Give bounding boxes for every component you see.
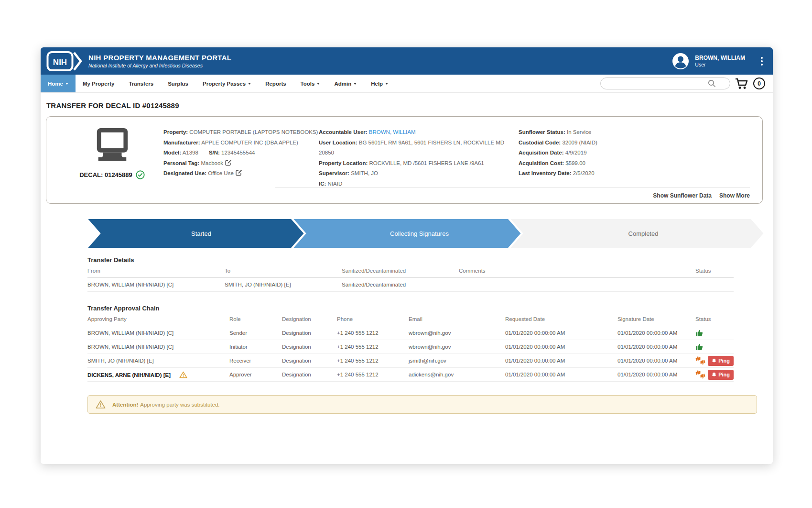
cell-phone: +1 240 555 1212 bbox=[337, 372, 409, 377]
warning-triangle-icon bbox=[96, 400, 106, 409]
cell-designation: Designation bbox=[282, 344, 337, 350]
col-role: Role bbox=[229, 316, 282, 322]
cell-requested-date: 01/01/2020 00:00:00 AM bbox=[505, 344, 617, 350]
cell-party: BROWN, WILLIAM (NIH/NIAID) [C] bbox=[87, 344, 229, 350]
show-more-link[interactable]: Show More bbox=[719, 192, 750, 199]
col-email: Email bbox=[409, 316, 505, 322]
col-designation: Designation bbox=[282, 316, 337, 322]
supervisor-label: Supervisor: bbox=[319, 170, 349, 176]
user-name: BROWN, WILLIAM bbox=[695, 55, 745, 61]
nav-item-reports[interactable]: Reports bbox=[258, 75, 293, 92]
verified-check-icon bbox=[136, 170, 145, 179]
cell-signature-date: 01/01/2020 00:00:00 AM bbox=[617, 330, 695, 336]
col-sanitized: Sanitized/Decantaminated bbox=[342, 268, 459, 274]
kebab-menu-icon[interactable] bbox=[758, 54, 766, 68]
attention-message: Approving party was substituted. bbox=[140, 402, 219, 408]
nav-item-property-passes[interactable]: Property Passes bbox=[195, 75, 258, 92]
transfer-details-section: Transfer Details From To Sanitized/Decan… bbox=[87, 256, 734, 292]
property-info-col1: Property: COMPUTER PORTABLE (LAPTOPS NOT… bbox=[163, 127, 319, 203]
user-avatar-icon[interactable] bbox=[672, 53, 689, 70]
bell-icon bbox=[712, 358, 716, 364]
personal-tag-label: Personal Tag: bbox=[163, 160, 199, 166]
search-icon[interactable] bbox=[708, 79, 716, 88]
acquisition-cost-value: $599.00 bbox=[565, 160, 585, 166]
cell-designation: Designation bbox=[282, 330, 337, 336]
card-divider bbox=[275, 187, 750, 188]
cell-email: jsmith@nih.gov bbox=[409, 358, 505, 364]
property-location-value: ROCKVILLE, MD /5601 FISHERS LANE /9A61 bbox=[369, 160, 484, 166]
manufacturer-label: Manufacturer: bbox=[163, 140, 200, 145]
svg-text:NIH: NIH bbox=[53, 57, 67, 66]
approval-chain-title: Transfer Approval Chain bbox=[87, 305, 734, 312]
cell-email: wbrown@nih.gov bbox=[409, 330, 505, 336]
page-title: TRANSFER FOR DECAL ID #01245889 bbox=[46, 101, 763, 110]
approval-row: SMITH, JO (NIH/NIAID) [E] Receiver Desig… bbox=[87, 354, 734, 368]
ping-button[interactable]: Ping bbox=[708, 356, 734, 366]
pending-signature-icon bbox=[695, 355, 696, 366]
nav-item-home[interactable]: Home bbox=[41, 75, 76, 92]
sn-value: 12345455544 bbox=[221, 150, 255, 155]
cell-signature-date: 01/01/2020 00:00:00 AM bbox=[617, 358, 695, 364]
col-comments: Comments bbox=[459, 268, 695, 274]
user-meta: BROWN, WILLIAM User bbox=[695, 55, 745, 67]
manufacturer-value: APPLE COMPUTER INC (DBA APPLE) bbox=[201, 140, 298, 145]
cell-requested-date: 01/01/2020 00:00:00 AM bbox=[505, 372, 617, 377]
ping-button[interactable]: Ping bbox=[708, 370, 734, 380]
show-sunflower-data-link[interactable]: Show Sunflower Data bbox=[653, 192, 712, 199]
transfer-details-title: Transfer Details bbox=[87, 256, 734, 264]
col-from: From bbox=[87, 268, 225, 274]
sunflower-status-label: Sunflower Status: bbox=[519, 129, 565, 135]
cart-count-badge[interactable]: 0 bbox=[753, 77, 765, 89]
bell-icon bbox=[712, 372, 716, 377]
col-status: Status bbox=[695, 268, 734, 274]
chevron-down-icon bbox=[65, 83, 68, 85]
nav-item-surplus[interactable]: Surplus bbox=[161, 75, 195, 92]
ic-value: NIAID bbox=[328, 181, 343, 187]
main-nav: Home My Property Transfers Surplus Prope… bbox=[41, 75, 773, 93]
cell-role: Initiator bbox=[229, 344, 282, 350]
cell-signature-date: 01/01/2020 00:00:00 AM bbox=[617, 372, 695, 377]
chevron-down-icon bbox=[317, 83, 320, 85]
pending-signature-icon bbox=[695, 369, 696, 380]
nav-item-help[interactable]: Help bbox=[364, 75, 395, 92]
cell-from: BROWN, WILLIAM (NIH/NIAID) [C] bbox=[87, 282, 225, 287]
decal-label: DECAL: 01245889 bbox=[79, 171, 132, 178]
cell-signature-date: 01/01/2020 00:00:00 AM bbox=[617, 344, 695, 350]
cell-phone: +1 240 555 1212 bbox=[337, 344, 409, 350]
app-subtitle: National Institute of Allergy and Infect… bbox=[88, 63, 231, 68]
sunflower-status-value: In Service bbox=[567, 129, 591, 135]
transfer-details-row: BROWN, WILLIAM (NIH/NIAID) [C] SMITH, JO… bbox=[87, 278, 734, 292]
sn-label: S/N: bbox=[209, 150, 220, 155]
approval-chain-section: Transfer Approval Chain Approving Party … bbox=[87, 305, 734, 382]
designated-use-value: Office Use bbox=[208, 170, 233, 176]
nav-item-my-property[interactable]: My Property bbox=[76, 75, 121, 92]
nav-item-transfers[interactable]: Transfers bbox=[121, 75, 161, 92]
col-requested-date: Requested Date bbox=[505, 316, 617, 322]
chevron-down-icon bbox=[354, 83, 357, 85]
transfer-progress-stepper: Started Collecting Signatures Completed bbox=[86, 218, 765, 249]
cell-party: SMITH, JO (NIH/NIAID) [E] bbox=[87, 358, 229, 364]
nav-item-tools[interactable]: Tools bbox=[293, 75, 327, 92]
transfer-details-header: From To Sanitized/Decantaminated Comment… bbox=[87, 264, 734, 278]
step-started: Started bbox=[86, 218, 316, 249]
step-completed: Completed bbox=[522, 218, 765, 249]
app-window: NIH NIH PROPERTY MANAGEMENT PORTAL Natio… bbox=[41, 47, 773, 464]
nih-logo: NIH bbox=[46, 51, 83, 72]
cell-party: DICKENS, ARNE (NIH/NIAID) [E] bbox=[87, 372, 171, 378]
laptop-icon bbox=[89, 127, 136, 166]
edit-icon[interactable] bbox=[236, 169, 242, 176]
user-role: User bbox=[695, 62, 745, 67]
col-phone: Phone bbox=[337, 316, 409, 322]
nav-item-admin[interactable]: Admin bbox=[327, 75, 364, 92]
accountable-user-link[interactable]: BROWN, WILLIAM bbox=[369, 129, 416, 135]
edit-icon[interactable] bbox=[225, 159, 232, 166]
cell-role: Receiver bbox=[229, 358, 282, 364]
approval-row: BROWN, WILLIAM (NIH/NIAID) [C] Initiator… bbox=[87, 340, 734, 354]
cell-sanitized: Sanitized/Decantaminated bbox=[342, 282, 459, 287]
cart-icon[interactable] bbox=[735, 77, 748, 90]
property-value: COMPUTER PORTABLE (LAPTOPS NOTEBOOKS) bbox=[189, 129, 318, 135]
acquisition-date-label: Acquisition Date: bbox=[519, 150, 564, 155]
personal-tag-value: Macbook bbox=[201, 160, 223, 166]
ic-label: IC: bbox=[319, 181, 326, 187]
model-value: A1398 bbox=[183, 150, 198, 155]
